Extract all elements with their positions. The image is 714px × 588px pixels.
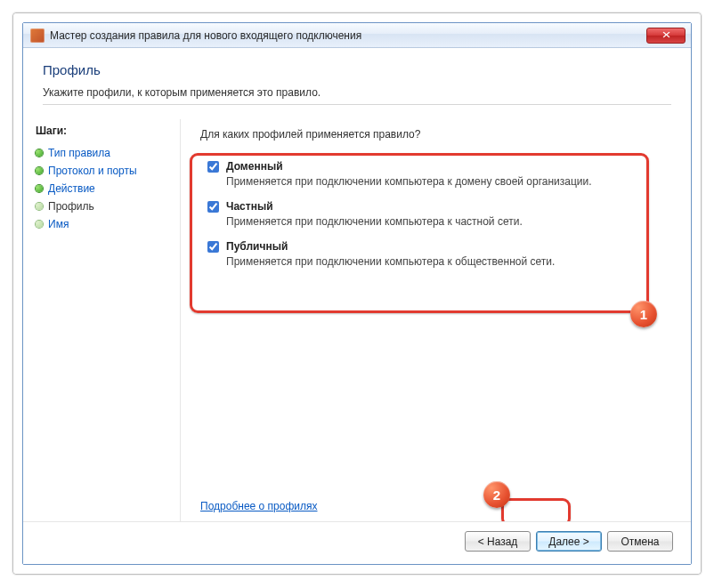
profile-checkbox[interactable] (207, 241, 219, 253)
step-bullet-icon (36, 185, 43, 192)
wizard-body: Шаги: Тип правилаПротокол и портыДействи… (23, 116, 691, 525)
sidebar-step: Профиль (36, 197, 171, 215)
wizard-footer: < Назад Далее > Отмена (23, 521, 691, 564)
profile-option-desc: Применяется при подключении компьютера к… (226, 215, 669, 228)
step-bullet-icon (36, 167, 43, 174)
sidebar-step[interactable]: Протокол и порты (36, 162, 171, 180)
step-bullet-icon (36, 203, 43, 210)
cancel-button[interactable]: Отмена (607, 531, 673, 552)
sidebar-step[interactable]: Имя (36, 215, 171, 233)
main-panel: Для каких профилей применяется правило? … (181, 116, 691, 525)
screenshot-frame: Мастер создания правила для нового входя… (12, 12, 702, 575)
window-title: Мастер создания правила для нового входя… (50, 29, 641, 42)
profile-option-desc: Применяется при подключении компьютера к… (226, 175, 669, 188)
profile-option-label: Доменный (226, 160, 283, 173)
client-area: Профиль Укажите профили, к которым приме… (23, 48, 691, 564)
sidebar-step[interactable]: Действие (36, 180, 171, 197)
annotation-badge-2: 2 (483, 481, 510, 508)
step-label: Действие (48, 182, 95, 195)
close-button[interactable]: ✕ (646, 28, 686, 44)
step-bullet-icon (36, 149, 43, 157)
next-button[interactable]: Далее > (536, 531, 602, 552)
profile-option: ЧастныйПрименяется при подключении компь… (200, 197, 669, 237)
learn-more-link[interactable]: Подробнее о профилях (200, 500, 318, 512)
step-label: Имя (48, 218, 69, 230)
profile-option: ДоменныйПрименяется при подключении комп… (200, 157, 669, 197)
page-subtitle: Укажите профили, к которым применяется э… (43, 86, 671, 99)
step-label: Тип правила (48, 147, 110, 159)
wizard-window: Мастер создания правила для нового входя… (22, 22, 692, 565)
back-button[interactable]: < Назад (465, 531, 531, 552)
header-divider (43, 104, 671, 105)
profile-question: Для каких профилей применяется правило? (200, 128, 669, 141)
wizard-header: Профиль Укажите профили, к которым приме… (23, 48, 691, 116)
step-label: Протокол и порты (48, 165, 137, 177)
steps-heading: Шаги: (36, 125, 171, 137)
step-label: Профиль (48, 200, 94, 213)
profile-option-label: Публичный (226, 240, 288, 253)
firewall-icon (30, 28, 45, 43)
profile-option: ПубличныйПрименяется при подключении ком… (200, 237, 669, 277)
titlebar: Мастер создания правила для нового входя… (23, 23, 691, 48)
sidebar-step[interactable]: Тип правила (36, 144, 171, 162)
close-icon: ✕ (661, 30, 671, 40)
profile-checkbox[interactable] (207, 201, 219, 213)
steps-sidebar: Шаги: Тип правилаПротокол и портыДействи… (23, 116, 180, 525)
page-title: Профиль (43, 62, 671, 77)
profile-checkbox[interactable] (207, 161, 219, 173)
step-bullet-icon (36, 221, 43, 228)
annotation-badge-1: 1 (630, 301, 657, 327)
profile-option-label: Частный (226, 200, 273, 213)
profile-option-desc: Применяется при подключении компьютера к… (226, 255, 669, 268)
